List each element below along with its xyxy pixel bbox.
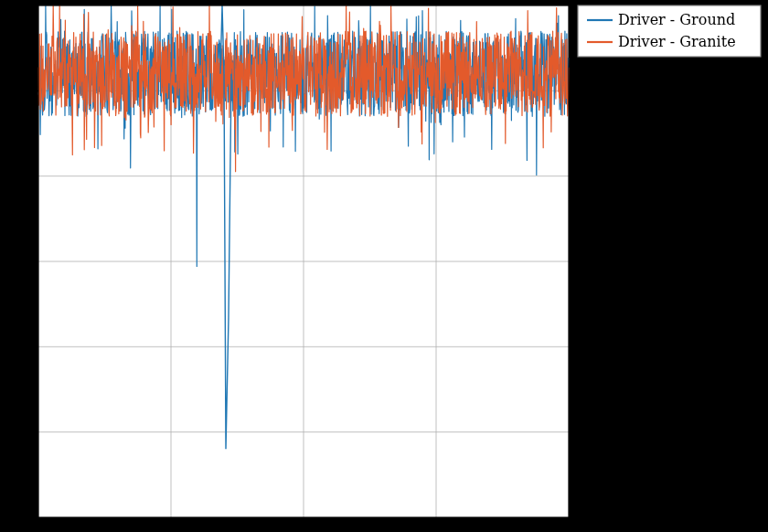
legend-label: Driver - Ground	[618, 11, 735, 28]
chart-container: Driver - GroundDriver - Granite	[0, 0, 768, 532]
line-chart: Driver - GroundDriver - Granite	[0, 0, 768, 532]
legend-label: Driver - Granite	[618, 33, 736, 50]
